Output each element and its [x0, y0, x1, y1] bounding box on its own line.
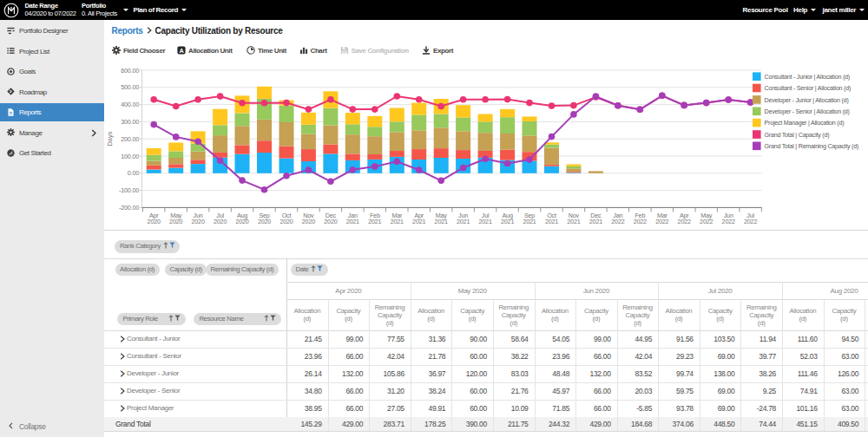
svg-text:300.00: 300.00	[121, 118, 139, 126]
svg-text:2020: 2020	[258, 218, 271, 225]
svg-text:2021: 2021	[589, 218, 602, 225]
svg-text:-200.00: -200.00	[119, 204, 139, 212]
svg-text:2020: 2020	[324, 218, 337, 225]
svg-text:200.00: 200.00	[121, 135, 139, 143]
svg-text:2020: 2020	[279, 218, 293, 225]
svg-text:2021: 2021	[478, 218, 491, 225]
svg-text:2020: 2020	[169, 218, 182, 225]
svg-text:0.00: 0.00	[128, 169, 139, 177]
svg-text:2021: 2021	[501, 218, 514, 225]
svg-text:2020: 2020	[302, 218, 315, 225]
svg-text:500.00: 500.00	[121, 83, 139, 91]
svg-text:2021: 2021	[457, 218, 470, 225]
svg-text:2020: 2020	[148, 218, 161, 225]
svg-text:2021: 2021	[391, 218, 404, 225]
svg-text:2022: 2022	[655, 218, 668, 225]
svg-text:2020: 2020	[191, 218, 204, 225]
svg-text:2020: 2020	[214, 218, 227, 225]
svg-text:2022: 2022	[611, 218, 624, 225]
svg-text:Project Manager | Allocation (: Project Manager | Allocation (d)	[765, 120, 845, 127]
svg-text:2021: 2021	[368, 218, 381, 225]
svg-text:Consultant - Junior | Allocati: Consultant - Junior | Allocation (d)	[765, 74, 850, 81]
svg-text:100.00: 100.00	[121, 153, 139, 160]
svg-text:2022: 2022	[700, 218, 713, 225]
svg-text:Developer - Senior | Allocatio: Developer - Senior | Allocation (d)	[765, 108, 850, 115]
svg-text:2022: 2022	[678, 218, 691, 225]
svg-text:2021: 2021	[545, 218, 558, 225]
svg-text:Grand Total | Capacity (d): Grand Total | Capacity (d)	[765, 132, 830, 139]
svg-text:Days: Days	[106, 131, 114, 146]
svg-text:2020: 2020	[235, 218, 248, 225]
svg-text:2021: 2021	[523, 218, 536, 225]
svg-text:Consultant - Senior | Allocati: Consultant - Senior | Allocation (d)	[765, 85, 852, 92]
svg-text:2021: 2021	[567, 218, 580, 225]
svg-text:2021: 2021	[346, 218, 359, 225]
svg-text:600.00: 600.00	[121, 67, 139, 75]
svg-text:2022: 2022	[634, 218, 647, 225]
svg-text:-100.00: -100.00	[119, 186, 139, 194]
svg-text:Developer - Junior | Allocatio: Developer - Junior | Allocation (d)	[765, 97, 849, 104]
svg-text:2022: 2022	[722, 218, 735, 225]
svg-text:2021: 2021	[435, 218, 448, 225]
svg-text:400.00: 400.00	[121, 101, 139, 108]
svg-text:2022: 2022	[744, 218, 757, 225]
svg-text:Grand Total | Remaining Capaci: Grand Total | Remaining Capacity (d)	[765, 143, 859, 150]
svg-text:2021: 2021	[412, 218, 425, 225]
